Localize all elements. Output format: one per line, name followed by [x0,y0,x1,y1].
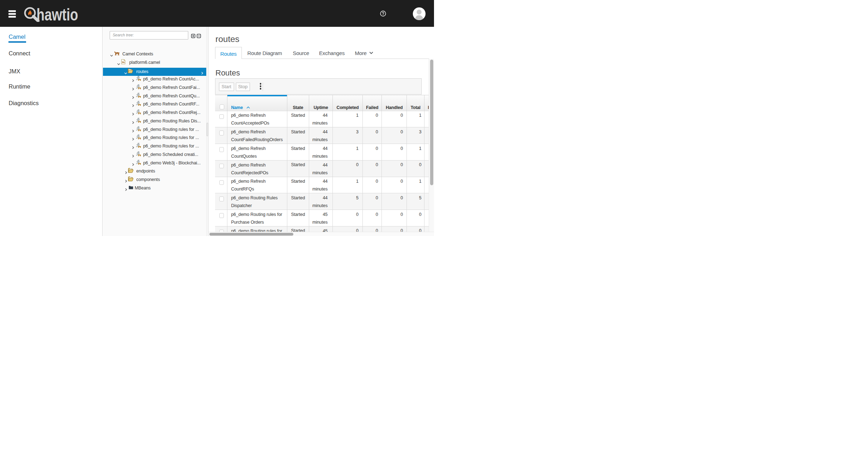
svg-text:hawtio: hawtio [37,6,78,22]
